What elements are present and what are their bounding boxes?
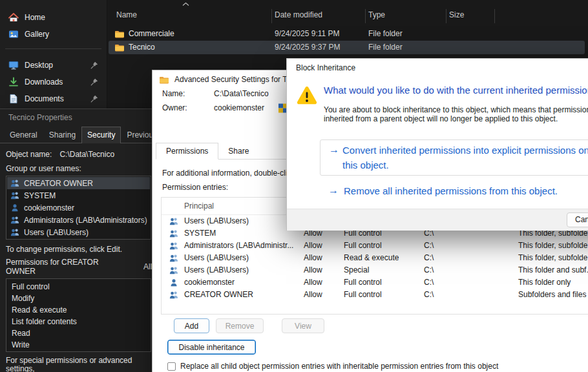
option-text: this object. (342, 160, 389, 170)
dialog-text-line: inherited from a parent object will no l… (324, 114, 558, 123)
cancel-button[interactable]: Cancel (567, 212, 588, 227)
entry-principal: Administrators (LAB\Administr... (184, 240, 293, 252)
warning-icon (295, 85, 319, 106)
sidebar-item-desktop[interactable]: Desktop (3, 57, 103, 73)
file-type: File folder (368, 27, 403, 41)
sidebar-item-home[interactable]: Home (3, 9, 103, 25)
column-separator[interactable] (494, 9, 495, 23)
entry-inherited-from: C:\ (424, 276, 434, 289)
sidebar-item-label: Desktop (25, 61, 53, 70)
home-icon (8, 12, 19, 23)
permission-item[interactable]: Modify (6, 293, 151, 304)
group-user-names-label: Group or user names: (6, 164, 151, 173)
entry-applies-to: This folder and subf... (518, 264, 588, 276)
sidebar-item-gallery[interactable]: Gallery (3, 26, 103, 42)
permission-item[interactable]: List folder contents (6, 316, 151, 327)
permission-item[interactable]: Read (6, 327, 151, 339)
replace-permissions-checkbox[interactable] (167, 362, 176, 371)
option-text: Convert inherited permissions into expli… (342, 145, 588, 156)
principal-name: Users (LAB\Users) (24, 228, 89, 237)
permission-item[interactable]: Full control (6, 281, 151, 293)
file-date-modified: 9/24/2025 9:37 PM (275, 41, 340, 54)
file-type: File folder (368, 41, 403, 54)
pin-icon (90, 95, 98, 103)
dialog-title: Tecnico Properties (0, 109, 157, 126)
permission-entry-row[interactable]: CREATOR OWNER Allow Full control C:\ Sub… (162, 289, 588, 301)
convert-permissions-option[interactable]: → Convert inherited permissions into exp… (320, 140, 588, 176)
remove-permissions-option[interactable]: → Remove all inherited permissions from … (328, 185, 558, 196)
column-header-type[interactable]: Type (368, 10, 385, 19)
add-button[interactable]: Add (174, 318, 209, 333)
edit-hint: To change permissions, click Edit. (6, 245, 151, 254)
principal-item[interactable]: Administrators (LAB\Administrators) (7, 214, 150, 226)
column-header-size[interactable]: Size (449, 10, 464, 19)
principal-item[interactable]: Users (LAB\Users) (7, 226, 150, 238)
tab-sharing[interactable]: Sharing (43, 127, 81, 143)
principal-item[interactable]: cookiemonster (7, 202, 150, 214)
entry-type: Allow (304, 252, 322, 264)
replace-permissions-label: Replace all child object permission entr… (180, 362, 498, 371)
permission-item[interactable]: Write (6, 339, 151, 351)
entry-inherited-from: C:\ (424, 289, 434, 301)
entry-type: Allow (304, 276, 322, 289)
tab-general[interactable]: General (4, 127, 43, 143)
file-row-tecnico[interactable]: Tecnico 9/24/2025 9:37 PM File folder (109, 41, 585, 54)
principal-item[interactable]: SYSTEM (7, 189, 150, 202)
remove-button: Remove (216, 318, 264, 333)
dialog-footer: Cancel (287, 209, 588, 231)
group-icon (169, 291, 178, 299)
sidebar-item-label: Gallery (25, 30, 49, 39)
group-icon (10, 216, 19, 224)
column-separator[interactable] (365, 9, 366, 23)
entry-access: Read & execute (344, 252, 399, 264)
principal-name: SYSTEM (24, 191, 56, 200)
block-inheritance-dialog: Block Inheritance What would you like to… (286, 58, 588, 231)
permission-entry-row[interactable]: Users (LAB\Users) Allow Special C:\ This… (162, 264, 588, 276)
column-header-name[interactable]: Name (116, 10, 137, 19)
entry-access: Full control (344, 289, 382, 301)
entry-applies-to: This folder, subfolde... (518, 240, 588, 252)
sidebar-item-downloads[interactable]: Downloads (3, 74, 103, 90)
principal-name: cookiemonster (24, 203, 74, 212)
group-icon (10, 228, 19, 236)
column-separator[interactable] (446, 9, 446, 23)
disable-inheritance-button[interactable]: Disable inheritance (167, 340, 256, 355)
file-name: Commerciale (129, 27, 174, 41)
principal-name: CREATOR OWNER (24, 179, 93, 188)
tab-security[interactable]: Security (81, 127, 121, 143)
documents-icon (8, 94, 19, 104)
view-button: View (282, 318, 324, 333)
column-header-date-modified[interactable]: Date modified (275, 10, 322, 19)
user-icon (10, 203, 19, 212)
sidebar-item-label: Home (25, 13, 45, 22)
user-icon (169, 278, 178, 287)
entry-type: Allow (304, 240, 322, 252)
file-date-modified: 9/24/2025 9:11 PM (275, 27, 340, 41)
permissions-for-label: Permissions for CREATOR OWNER Allow (6, 258, 151, 276)
object-name-value: C:\Data\Tecnico (59, 150, 114, 159)
pin-icon (90, 78, 98, 86)
permissions-list: Full control Modify Read & execute List … (6, 278, 151, 352)
permission-item[interactable]: Read & execute (6, 304, 151, 316)
text-line: OWNER (6, 267, 151, 276)
folder-icon (114, 30, 125, 38)
properties-tabs: General Sharing Security Previous Versio… (0, 126, 157, 143)
downloads-icon (8, 77, 19, 87)
principal-item[interactable]: CREATOR OWNER (7, 177, 150, 189)
column-separator[interactable] (271, 9, 272, 23)
group-icon (169, 229, 178, 238)
entry-inherited-from: C:\ (424, 252, 434, 264)
column-header-principal[interactable]: Principal (184, 202, 214, 211)
file-row-commerciale[interactable]: Commerciale 9/24/2025 9:11 PM File folde… (109, 27, 585, 41)
sidebar-item-documents[interactable]: Documents (3, 90, 103, 107)
permission-entry-row[interactable]: Administrators (LAB\Administr... Allow F… (162, 240, 588, 252)
tab-permissions[interactable]: Permissions (156, 143, 218, 160)
entry-access: Full control (344, 276, 382, 289)
file-name: Tecnico (129, 41, 155, 54)
permission-entry-row[interactable]: Users (LAB\Users) Allow Read & execute C… (162, 252, 588, 264)
dialog-text-line: You are about to block inheritance to th… (324, 105, 588, 114)
pin-icon (90, 61, 98, 69)
permission-entry-row[interactable]: cookiemonster Allow Full control C:\ Thi… (162, 276, 588, 289)
tab-share[interactable]: Share (218, 143, 258, 159)
entry-inherited-from: C:\ (424, 264, 434, 276)
